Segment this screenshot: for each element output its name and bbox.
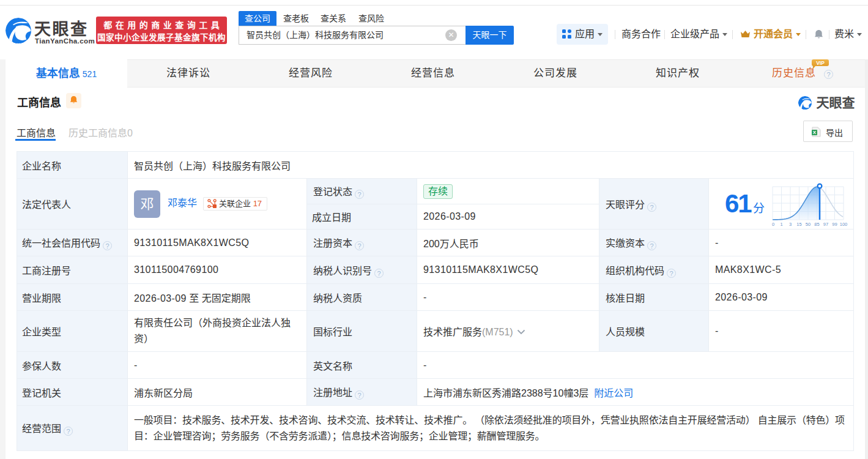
- svg-text:X: X: [813, 130, 817, 135]
- svg-text:97: 97: [823, 222, 828, 227]
- svg-text:15: 15: [796, 222, 801, 227]
- svg-text:VIP: VIP: [816, 60, 825, 66]
- svg-text:50: 50: [806, 222, 811, 227]
- svg-text:3: 3: [789, 222, 792, 227]
- svg-text:85: 85: [814, 222, 819, 227]
- svg-text:99: 99: [832, 222, 837, 227]
- svg-text:0: 0: [772, 222, 774, 227]
- svg-text:100: 100: [840, 222, 848, 227]
- svg-text:1: 1: [780, 222, 782, 227]
